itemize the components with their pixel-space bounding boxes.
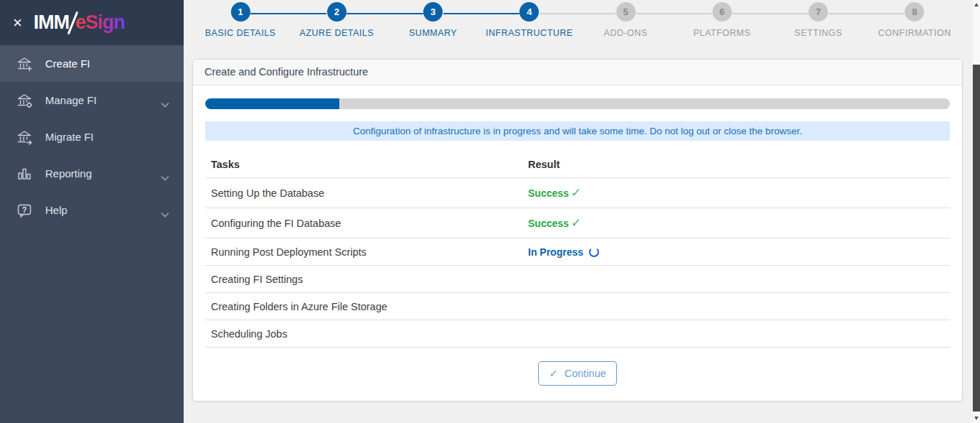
table-row: Creating Folders in Azure File Storage <box>205 293 950 320</box>
spinner-icon <box>589 247 599 257</box>
step-label: INFRASTRUCTURE <box>481 28 578 38</box>
bank-gear-icon <box>16 92 33 109</box>
result-in-progress-label: In Progress <box>528 246 583 258</box>
info-alert: Configuration of infrastructure is in pr… <box>205 121 950 141</box>
scrollbar-thumb[interactable] <box>973 65 980 412</box>
result-success-label: Success <box>528 187 569 199</box>
sidebar-item-manage-fi[interactable]: Manage FI <box>0 82 184 118</box>
card-title: Create and Configure Infrastructure <box>193 60 962 85</box>
step-label: PLATFORMS <box>674 28 770 38</box>
logo-esign-text: eSign <box>75 11 125 34</box>
step-platforms[interactable]: 6 PLATFORMS <box>674 2 770 45</box>
task-name: Scheduling Jobs <box>205 320 522 348</box>
step-label: CONFIRMATION <box>867 28 963 38</box>
sidebar-logo-bar: × IMM eSign <box>0 0 184 45</box>
sidebar: × IMM eSign Create FI Manage FI Migrate … <box>0 0 184 423</box>
step-label: ADD-ONS <box>578 28 674 38</box>
sidebar-item-label: Create FI <box>45 57 169 70</box>
result-empty <box>522 266 950 293</box>
column-header-result: Result <box>522 152 950 178</box>
sidebar-item-label: Manage FI <box>45 94 161 106</box>
step-number: 3 <box>423 2 443 22</box>
chevron-down-icon <box>161 208 169 213</box>
infrastructure-card: Create and Configure Infrastructure Conf… <box>192 59 963 401</box>
step-settings[interactable]: 7 SETTINGS <box>771 2 867 45</box>
bank-plus-icon <box>16 55 33 73</box>
step-add-ons[interactable]: 5 ADD-ONS <box>578 2 674 45</box>
sidebar-item-reporting[interactable]: Reporting <box>0 155 184 192</box>
main-content: 1 BASIC DETAILS 2 AZURE DETAILS 3 SUMMAR… <box>184 0 973 423</box>
check-icon: ✓ <box>571 186 581 200</box>
scroll-down-arrow-icon[interactable] <box>974 417 979 420</box>
step-label: BASIC DETAILS <box>192 28 288 38</box>
step-infrastructure[interactable]: 4 INFRASTRUCTURE <box>481 2 578 45</box>
svg-text:?: ? <box>22 205 27 213</box>
bar-chart-icon <box>16 165 33 182</box>
step-label: AZURE DETAILS <box>288 28 385 38</box>
table-row: Configuring the FI Database Success✓ <box>205 208 950 238</box>
task-name: Configuring the FI Database <box>205 208 522 238</box>
tasks-table: Tasks Result Setting Up the Database Suc… <box>205 152 950 348</box>
sidebar-item-label: Help <box>45 204 161 216</box>
step-number: 6 <box>712 2 732 22</box>
step-number: 7 <box>809 2 828 22</box>
help-bubble-icon: ? <box>16 202 33 219</box>
close-icon[interactable]: × <box>13 15 22 31</box>
sidebar-item-create-fi[interactable]: Create FI <box>0 45 184 82</box>
step-number: 1 <box>231 2 250 22</box>
task-name: Creating FI Settings <box>205 266 522 293</box>
sidebar-item-label: Reporting <box>45 167 161 180</box>
result-success-label: Success <box>528 218 569 229</box>
task-name: Running Post Deployment Scripts <box>205 238 522 266</box>
step-summary[interactable]: 3 SUMMARY <box>385 2 481 45</box>
button-row: ✓ Continue <box>205 361 950 386</box>
vertical-scrollbar[interactable] <box>973 0 980 423</box>
progress-bar <box>205 98 950 109</box>
logo-imm-text: IMM <box>34 11 69 34</box>
table-header-row: Tasks Result <box>205 152 950 178</box>
step-number: 5 <box>616 2 636 22</box>
table-row: Running Post Deployment Scripts In Progr… <box>205 238 950 266</box>
check-icon: ✓ <box>571 216 581 230</box>
step-number: 8 <box>905 2 924 22</box>
result-empty <box>522 320 950 348</box>
step-confirmation[interactable]: 8 CONFIRMATION <box>867 2 963 45</box>
progress-bar-fill <box>205 98 339 109</box>
step-label: SUMMARY <box>385 28 481 38</box>
sidebar-item-help[interactable]: ? Help <box>0 192 184 228</box>
column-header-tasks: Tasks <box>205 152 522 178</box>
app-logo: IMM eSign <box>34 11 125 35</box>
step-label: SETTINGS <box>771 28 867 38</box>
result-empty <box>522 293 950 320</box>
chevron-down-icon <box>161 98 169 103</box>
continue-button[interactable]: ✓ Continue <box>538 361 617 386</box>
check-icon: ✓ <box>549 367 558 380</box>
table-row: Scheduling Jobs <box>205 320 950 348</box>
card-body: Configuration of infrastructure is in pr… <box>193 85 962 386</box>
sidebar-item-migrate-fi[interactable]: Migrate FI <box>0 118 184 155</box>
step-azure-details[interactable]: 2 AZURE DETAILS <box>288 2 385 45</box>
task-name: Creating Folders in Azure File Storage <box>205 293 522 320</box>
step-basic-details[interactable]: 1 BASIC DETAILS <box>192 2 288 45</box>
task-name: Setting Up the Database <box>205 178 522 208</box>
bank-arrow-icon <box>16 129 33 146</box>
step-number: 2 <box>327 2 347 22</box>
table-row: Setting Up the Database Success✓ <box>205 178 950 208</box>
wizard-stepper: 1 BASIC DETAILS 2 AZURE DETAILS 3 SUMMAR… <box>192 0 963 45</box>
table-row: Creating FI Settings <box>205 266 950 293</box>
scroll-up-arrow-icon[interactable] <box>974 3 979 6</box>
continue-button-label: Continue <box>565 368 606 379</box>
step-number: 4 <box>519 2 539 22</box>
chevron-down-icon <box>161 171 169 177</box>
sidebar-item-label: Migrate FI <box>45 131 169 143</box>
